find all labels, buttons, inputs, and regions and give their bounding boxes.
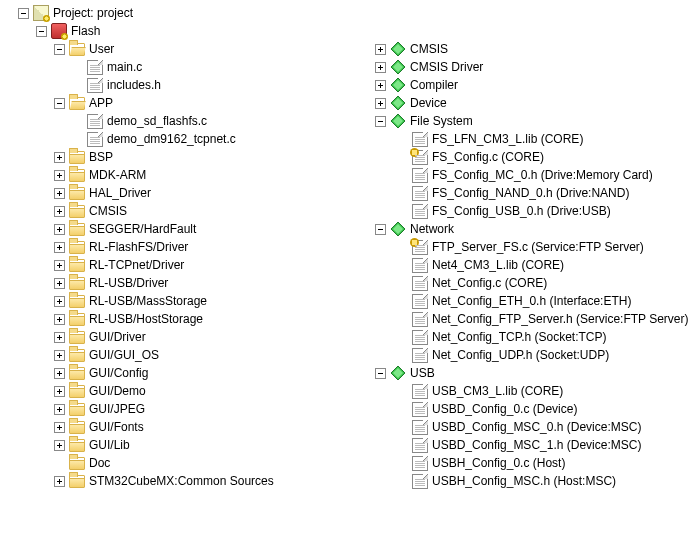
tree-item[interactable]: FS_Config_NAND_0.h (Drive:NAND) bbox=[355, 184, 700, 202]
tree-item[interactable]: CMSIS Driver bbox=[355, 58, 700, 76]
file-icon bbox=[412, 294, 428, 309]
tree-item[interactable]: Device bbox=[355, 94, 700, 112]
tree-item[interactable]: Net_Config_UDP.h (Socket:UDP) bbox=[355, 346, 700, 364]
tree-item[interactable]: FS_LFN_CM3_L.lib (CORE) bbox=[355, 130, 700, 148]
tree-item[interactable]: CMSIS bbox=[0, 202, 355, 220]
tree-item[interactable]: GUI/GUI_OS bbox=[0, 346, 355, 364]
tree-item[interactable]: USB bbox=[355, 364, 700, 382]
tree-item[interactable]: RL-USB/MassStorage bbox=[0, 292, 355, 310]
tree-item[interactable]: GUI/Driver bbox=[0, 328, 355, 346]
tree-item[interactable]: Net_Config.c (CORE) bbox=[355, 274, 700, 292]
expand-icon[interactable] bbox=[54, 350, 65, 361]
expand-icon[interactable] bbox=[54, 296, 65, 307]
expand-icon[interactable] bbox=[54, 386, 65, 397]
tree-item[interactable]: GUI/Demo bbox=[0, 382, 355, 400]
tree-indent bbox=[0, 436, 54, 454]
file-icon bbox=[87, 60, 103, 75]
tree-indent bbox=[0, 472, 54, 490]
tree-item[interactable]: CMSIS bbox=[355, 40, 700, 58]
tree-item[interactable]: HAL_Driver bbox=[0, 184, 355, 202]
tree-item-label: GUI/Config bbox=[89, 364, 154, 382]
collapse-icon[interactable] bbox=[375, 116, 386, 127]
expand-icon[interactable] bbox=[54, 278, 65, 289]
tree-indent bbox=[355, 364, 375, 382]
tree-item[interactable]: GUI/Lib bbox=[0, 436, 355, 454]
tree-item[interactable]: Net_Config_ETH_0.h (Interface:ETH) bbox=[355, 292, 700, 310]
tree-item[interactable]: GUI/Fonts bbox=[0, 418, 355, 436]
tree-item[interactable]: RL-FlashFS/Driver bbox=[0, 238, 355, 256]
tree-item[interactable]: FS_Config_USB_0.h (Drive:USB) bbox=[355, 202, 700, 220]
collapse-icon[interactable] bbox=[54, 98, 65, 109]
tree-item[interactable]: USBH_Config_MSC.h (Host:MSC) bbox=[355, 472, 700, 490]
tree-item[interactable]: GUI/JPEG bbox=[0, 400, 355, 418]
tree-indent bbox=[0, 148, 54, 166]
tree-item-label: FS_Config_NAND_0.h (Drive:NAND) bbox=[432, 184, 635, 202]
expand-icon[interactable] bbox=[54, 404, 65, 415]
tree-item[interactable]: Net_Config_FTP_Server.h (Service:FTP Ser… bbox=[355, 310, 700, 328]
tree-item[interactable]: SEGGER/HardFault bbox=[0, 220, 355, 238]
folder-icon bbox=[69, 475, 85, 488]
tree-item[interactable]: FS_Config_MC_0.h (Drive:Memory Card) bbox=[355, 166, 700, 184]
tree-item[interactable]: STM32CubeMX:Common Sources bbox=[0, 472, 355, 490]
tree-item-label: FS_Config_USB_0.h (Drive:USB) bbox=[432, 202, 617, 220]
expand-icon[interactable] bbox=[54, 332, 65, 343]
tree-item-label: GUI/Fonts bbox=[89, 418, 150, 436]
expand-icon[interactable] bbox=[54, 422, 65, 433]
tree-item[interactable]: demo_sd_flashfs.c bbox=[0, 112, 355, 130]
expand-icon[interactable] bbox=[375, 98, 386, 109]
tree-item[interactable]: USBD_Config_0.c (Device) bbox=[355, 400, 700, 418]
tree-item[interactable]: User bbox=[0, 40, 355, 58]
expand-icon[interactable] bbox=[54, 170, 65, 181]
expand-icon[interactable] bbox=[375, 44, 386, 55]
tree-item[interactable]: Flash bbox=[0, 22, 355, 40]
tree-item[interactable]: main.c bbox=[0, 58, 355, 76]
folder-icon bbox=[69, 313, 85, 326]
tree-indent bbox=[0, 76, 72, 94]
folder-open-icon bbox=[69, 97, 85, 110]
tree-item[interactable]: Net4_CM3_L.lib (CORE) bbox=[355, 256, 700, 274]
collapse-icon[interactable] bbox=[375, 368, 386, 379]
file-icon bbox=[87, 114, 103, 129]
expand-icon[interactable] bbox=[54, 440, 65, 451]
tree-item[interactable]: demo_dm9162_tcpnet.c bbox=[0, 130, 355, 148]
project-tree-right-column: CMSISCMSIS DriverCompilerDeviceFile Syst… bbox=[355, 4, 700, 490]
tree-item[interactable]: includes.h bbox=[0, 76, 355, 94]
expand-icon[interactable] bbox=[54, 368, 65, 379]
expand-icon[interactable] bbox=[54, 206, 65, 217]
tree-item[interactable]: USBH_Config_0.c (Host) bbox=[355, 454, 700, 472]
tree-item[interactable]: GUI/Config bbox=[0, 364, 355, 382]
tree-item[interactable]: USBD_Config_MSC_1.h (Device:MSC) bbox=[355, 436, 700, 454]
collapse-icon[interactable] bbox=[375, 224, 386, 235]
tree-item[interactable]: Doc bbox=[0, 454, 355, 472]
tree-item[interactable]: Compiler bbox=[355, 76, 700, 94]
collapse-icon[interactable] bbox=[18, 8, 29, 19]
expand-icon[interactable] bbox=[54, 242, 65, 253]
expand-icon[interactable] bbox=[375, 80, 386, 91]
expand-icon[interactable] bbox=[54, 314, 65, 325]
tree-item[interactable]: MDK-ARM bbox=[0, 166, 355, 184]
tree-item[interactable]: BSP bbox=[0, 148, 355, 166]
folder-icon bbox=[69, 169, 85, 182]
tree-item[interactable]: Project: project bbox=[0, 4, 355, 22]
collapse-icon[interactable] bbox=[36, 26, 47, 37]
expand-icon[interactable] bbox=[54, 224, 65, 235]
tree-item[interactable]: FTP_Server_FS.c (Service:FTP Server) bbox=[355, 238, 700, 256]
tree-item[interactable]: RL-USB/HostStorage bbox=[0, 310, 355, 328]
tree-item[interactable]: File System bbox=[355, 112, 700, 130]
tree-item[interactable]: RL-USB/Driver bbox=[0, 274, 355, 292]
tree-item[interactable]: FS_Config.c (CORE) bbox=[355, 148, 700, 166]
collapse-icon[interactable] bbox=[54, 44, 65, 55]
expand-icon[interactable] bbox=[54, 152, 65, 163]
tree-item[interactable]: Network bbox=[355, 220, 700, 238]
expand-icon[interactable] bbox=[54, 188, 65, 199]
tree-item[interactable]: USB_CM3_L.lib (CORE) bbox=[355, 382, 700, 400]
tree-item[interactable]: APP bbox=[0, 94, 355, 112]
expand-icon[interactable] bbox=[54, 260, 65, 271]
expand-icon[interactable] bbox=[54, 476, 65, 487]
tree-item[interactable]: Net_Config_TCP.h (Socket:TCP) bbox=[355, 328, 700, 346]
tree-item[interactable]: RL-TCPnet/Driver bbox=[0, 256, 355, 274]
tree-indent bbox=[355, 94, 375, 112]
tree-item[interactable]: USBD_Config_MSC_0.h (Device:MSC) bbox=[355, 418, 700, 436]
expand-icon[interactable] bbox=[375, 62, 386, 73]
tree-indent bbox=[0, 346, 54, 364]
